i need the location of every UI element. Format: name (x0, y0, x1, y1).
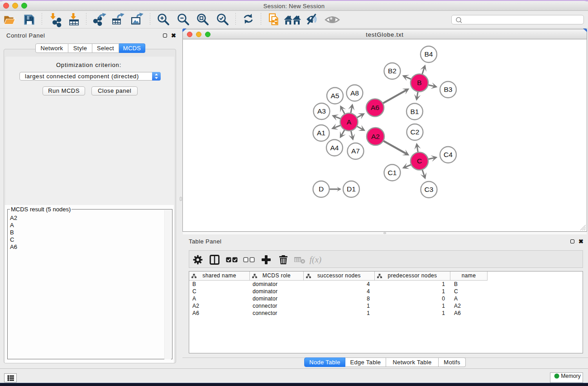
svg-text:f(x): f(x) (310, 255, 321, 265)
svg-text:B3: B3 (444, 86, 453, 93)
svg-text:D1: D1 (347, 185, 356, 193)
svg-text:B2: B2 (388, 67, 397, 75)
svg-text:A6: A6 (371, 104, 379, 111)
svg-text:A8: A8 (350, 89, 359, 97)
svg-text:A1: A1 (317, 129, 325, 137)
svg-text:A7: A7 (351, 147, 360, 155)
svg-text:A2: A2 (371, 133, 380, 140)
svg-text:A5: A5 (331, 92, 339, 100)
svg-text:C: C (417, 157, 422, 165)
svg-text:A: A (347, 118, 352, 126)
svg-text:C2: C2 (411, 128, 420, 136)
svg-text:B1: B1 (411, 108, 419, 115)
svg-text:B4: B4 (425, 50, 433, 58)
svg-text:A4: A4 (330, 144, 339, 152)
svg-text:A3: A3 (317, 107, 326, 115)
svg-text:C1: C1 (388, 169, 397, 176)
svg-text:C4: C4 (444, 151, 453, 158)
svg-text:B: B (417, 79, 421, 86)
svg-text:C3: C3 (425, 186, 434, 193)
svg-text:D: D (319, 185, 324, 193)
